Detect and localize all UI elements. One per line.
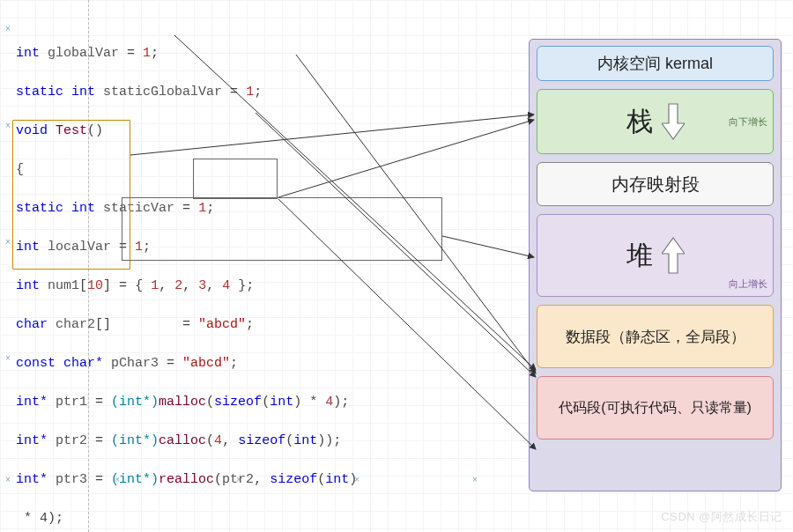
arrow-down-icon — [662, 102, 685, 141]
mem-kernel: 内核空间 kermal — [537, 46, 774, 81]
mem-code: 代码段(可执行代码、只读常量) — [537, 376, 774, 440]
memory-layout-panel: 内核空间 kermal 栈 向下增长 内存映射段 堆 向上增长 数据段（静态区，… — [529, 39, 782, 491]
arrow-up-icon — [662, 236, 685, 275]
kw-int: int — [16, 46, 40, 61]
mem-heap: 堆 向上增长 — [537, 214, 774, 297]
svg-line-2 — [442, 236, 534, 257]
mem-data: 数据段（静态区，全局段） — [537, 305, 774, 368]
watermark: CSDN @阿然成长日记 — [661, 509, 782, 525]
mem-stack: 栈 向下增长 — [537, 89, 774, 154]
code-block: int globalVar = 1; static int staticGlob… — [16, 25, 357, 532]
mem-mmap: 内存映射段 — [537, 162, 774, 206]
